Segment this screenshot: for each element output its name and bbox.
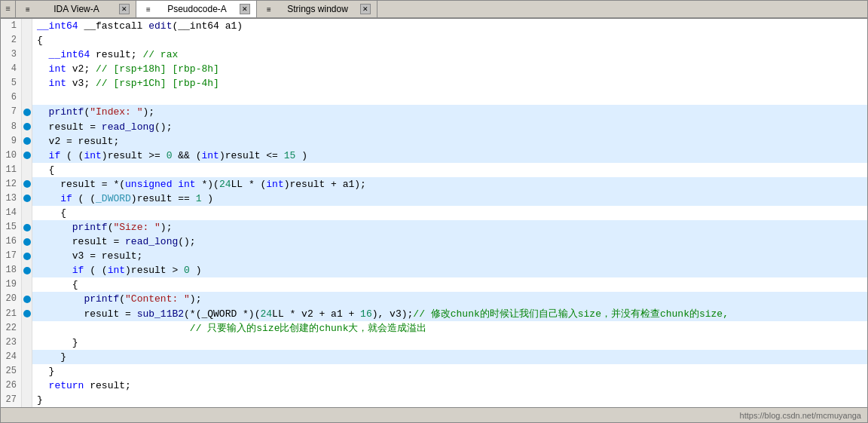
breakpoint-dot bbox=[23, 123, 31, 130]
code-row[interactable]: 22 // 只要输入的size比创建的chunk大，就会造成溢出 bbox=[1, 321, 867, 336]
code-token: if bbox=[37, 150, 60, 161]
line-number: 2 bbox=[1, 33, 22, 48]
breakpoint-col[interactable] bbox=[22, 76, 32, 90]
tab-ida-view[interactable]: ≡ IDA View-A ✕ bbox=[16, 1, 136, 17]
code-row[interactable]: 5 int v3; // [rsp+1Ch] [rbp-4h] bbox=[1, 76, 867, 90]
code-row[interactable]: 10 if ( (int)result >= 0 && (int)result … bbox=[1, 149, 867, 163]
code-token: int bbox=[37, 63, 72, 75]
window-menu-icon[interactable]: ≡ bbox=[1, 1, 16, 17]
code-token: result bbox=[96, 49, 131, 60]
code-content: printf("Index: "); bbox=[32, 105, 867, 119]
line-number: 4 bbox=[1, 62, 22, 76]
code-content: } bbox=[32, 336, 867, 350]
code-token: v2 = result; bbox=[37, 136, 119, 147]
code-content: result = *(unsigned int *)(24LL * (int)r… bbox=[32, 177, 867, 192]
code-token: (*(_QWORD *)( bbox=[184, 308, 260, 320]
code-row[interactable]: 18 if ( (int)result > 0 ) bbox=[1, 263, 867, 277]
main-window: ≡ ≡ IDA View-A ✕ ≡ Pseudocode-A ✕ ≡ Stri… bbox=[0, 0, 868, 423]
breakpoint-col[interactable] bbox=[22, 134, 32, 149]
line-number: 10 bbox=[1, 149, 22, 163]
tab-pseudocode-label: Pseudocode-A bbox=[157, 4, 237, 14]
code-row[interactable]: 16 result = read_long(); bbox=[1, 234, 867, 249]
breakpoint-col[interactable] bbox=[22, 105, 32, 119]
code-row[interactable]: 11 { bbox=[1, 163, 867, 177]
tab-strings[interactable]: ≡ Strings window ✕ bbox=[257, 1, 377, 17]
code-token: ; bbox=[84, 78, 96, 89]
line-number: 14 bbox=[1, 206, 22, 220]
breakpoint-col[interactable] bbox=[22, 379, 32, 393]
code-row[interactable]: 23 } bbox=[1, 336, 867, 350]
breakpoint-col[interactable] bbox=[22, 19, 32, 33]
code-token: 15 bbox=[284, 150, 296, 161]
breakpoint-col[interactable] bbox=[22, 206, 32, 220]
code-token: int bbox=[108, 265, 125, 276]
code-row[interactable]: 3 __int64 result; // rax bbox=[1, 48, 867, 62]
code-row[interactable]: 13 if ( (_DWORD)result == 1 ) bbox=[1, 192, 867, 206]
code-row[interactable]: 25 } bbox=[1, 364, 867, 379]
line-number: 15 bbox=[1, 220, 22, 234]
code-token: ) bbox=[295, 150, 307, 161]
code-row[interactable]: 27} bbox=[1, 393, 867, 407]
tab-pseudocode-close[interactable]: ✕ bbox=[240, 4, 250, 14]
breakpoint-col[interactable] bbox=[22, 364, 32, 379]
code-row[interactable]: 4 int v2; // [rsp+18h] [rbp-8h] bbox=[1, 62, 867, 76]
breakpoint-col[interactable] bbox=[22, 62, 32, 76]
breakpoint-col[interactable] bbox=[22, 234, 32, 249]
tab-strings-label: Strings window bbox=[278, 4, 357, 14]
code-content: { bbox=[32, 206, 867, 220]
breakpoint-col[interactable] bbox=[22, 163, 32, 177]
line-number: 8 bbox=[1, 120, 22, 134]
code-row[interactable]: 1__int64 __fastcall edit(__int64 a1) bbox=[1, 19, 867, 33]
code-row[interactable]: 20 printf("Content: "); bbox=[1, 292, 867, 306]
code-row[interactable]: 26 return result; bbox=[1, 379, 867, 393]
breakpoint-col[interactable] bbox=[22, 393, 32, 407]
line-number: 12 bbox=[1, 177, 22, 192]
code-row[interactable]: 19 { bbox=[1, 277, 867, 292]
breakpoint-col[interactable] bbox=[22, 177, 32, 192]
code-token: ( ( bbox=[60, 150, 84, 161]
breakpoint-col[interactable] bbox=[22, 192, 32, 206]
code-row[interactable]: 15 printf("Size: "); bbox=[1, 220, 867, 234]
code-row[interactable]: 14 { bbox=[1, 206, 867, 220]
breakpoint-col[interactable] bbox=[22, 90, 32, 105]
code-row[interactable]: 17 v3 = result; bbox=[1, 249, 867, 263]
breakpoint-col[interactable] bbox=[22, 220, 32, 234]
code-token: ( ( bbox=[84, 265, 107, 276]
code-row[interactable]: 9 v2 = result; bbox=[1, 134, 867, 149]
code-row[interactable]: 12 result = *(unsigned int *)(24LL * (in… bbox=[1, 177, 867, 192]
breakpoint-col[interactable] bbox=[22, 350, 32, 364]
breakpoint-col[interactable] bbox=[22, 263, 32, 277]
code-token: return bbox=[37, 380, 84, 391]
code-row[interactable]: 24 } bbox=[1, 350, 867, 364]
code-row[interactable]: 6 bbox=[1, 90, 867, 105]
breakpoint-col[interactable] bbox=[22, 307, 32, 321]
code-content: printf("Content: "); bbox=[32, 292, 867, 306]
code-row[interactable]: 2{ bbox=[1, 33, 867, 48]
code-token: edit bbox=[148, 20, 172, 32]
strings-icon: ≡ bbox=[263, 3, 275, 15]
code-content: if ( (int)result > 0 ) bbox=[32, 263, 867, 277]
code-content: printf("Size: "); bbox=[32, 220, 867, 234]
code-token: if bbox=[37, 193, 72, 204]
code-token: { bbox=[37, 207, 66, 219]
line-number: 20 bbox=[1, 292, 22, 306]
code-row[interactable]: 8 result = read_long(); bbox=[1, 120, 867, 134]
breakpoint-col[interactable] bbox=[22, 120, 32, 134]
code-content: result = read_long(); bbox=[32, 234, 867, 249]
code-token: ) bbox=[201, 193, 213, 204]
breakpoint-col[interactable] bbox=[22, 33, 32, 48]
breakpoint-col[interactable] bbox=[22, 249, 32, 263]
code-token: } bbox=[37, 366, 54, 377]
tab-strings-close[interactable]: ✕ bbox=[360, 4, 371, 14]
breakpoint-col[interactable] bbox=[22, 336, 32, 350]
breakpoint-col[interactable] bbox=[22, 277, 32, 292]
tab-ida-view-close[interactable]: ✕ bbox=[119, 4, 130, 14]
code-row[interactable]: 7 printf("Index: "); bbox=[1, 105, 867, 119]
code-content: } bbox=[32, 364, 867, 379]
breakpoint-col[interactable] bbox=[22, 292, 32, 306]
breakpoint-col[interactable] bbox=[22, 321, 32, 336]
tab-pseudocode[interactable]: ≡ Pseudocode-A ✕ bbox=[136, 1, 257, 17]
breakpoint-col[interactable] bbox=[22, 48, 32, 62]
breakpoint-col[interactable] bbox=[22, 149, 32, 163]
code-row[interactable]: 21 result = sub_11B2(*(_QWORD *)(24LL * … bbox=[1, 307, 867, 321]
